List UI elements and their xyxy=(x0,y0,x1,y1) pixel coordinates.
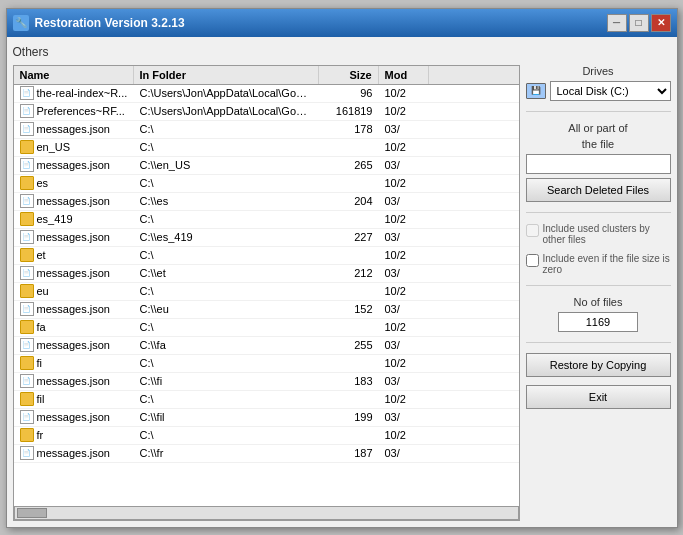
horizontal-scrollbar[interactable] xyxy=(14,506,519,520)
cell-mod: 10/2 xyxy=(379,356,429,370)
file-list-header: Name In Folder Size Mod xyxy=(14,66,519,85)
cell-name: es xyxy=(14,175,134,191)
file-name: messages.json xyxy=(37,375,110,387)
restore-button[interactable]: □ xyxy=(629,14,649,32)
table-row[interactable]: 📄 messages.json C:\\fr 187 03/ xyxy=(14,445,519,463)
cell-folder: C:\\fi xyxy=(134,374,319,388)
cell-folder: C:\Users\Jon\AppData\Local\Google\... xyxy=(134,86,319,100)
cell-folder: C:\\fa xyxy=(134,338,319,352)
cell-mod: 03/ xyxy=(379,374,429,388)
search-button[interactable]: Search Deleted Files xyxy=(526,178,671,202)
cell-size xyxy=(319,326,379,328)
table-row[interactable]: 📄 the-real-index~R... C:\Users\Jon\AppDa… xyxy=(14,85,519,103)
table-row[interactable]: et C:\ 10/2 xyxy=(14,247,519,265)
table-row[interactable]: 📄 messages.json C:\\es_419 227 03/ xyxy=(14,229,519,247)
file-name: messages.json xyxy=(37,267,110,279)
search-group: All or part of the file Search Deleted F… xyxy=(526,122,671,202)
file-name: messages.json xyxy=(37,339,110,351)
cell-size: 152 xyxy=(319,302,379,316)
file-name: es_419 xyxy=(37,213,73,225)
cell-folder: C:\\fil xyxy=(134,410,319,424)
table-row[interactable]: 📄 messages.json C:\\fa 255 03/ xyxy=(14,337,519,355)
window-title: Restoration Version 3.2.13 xyxy=(35,16,607,30)
table-row[interactable]: 📄 messages.json C:\ 178 03/ xyxy=(14,121,519,139)
table-row[interactable]: fi C:\ 10/2 xyxy=(14,355,519,373)
file-name: et xyxy=(37,249,46,261)
table-row[interactable]: 📄 messages.json C:\\en_US 265 03/ xyxy=(14,157,519,175)
cell-folder: C:\ xyxy=(134,356,319,370)
main-area: Name In Folder Size Mod 📄 the-real-index… xyxy=(13,65,671,521)
file-name: messages.json xyxy=(37,303,110,315)
cell-mod: 03/ xyxy=(379,194,429,208)
cell-name: 📄 messages.json xyxy=(14,229,134,245)
file-name: Preferences~RF... xyxy=(37,105,125,117)
minimize-button[interactable]: ─ xyxy=(607,14,627,32)
file-icon: 📄 xyxy=(20,374,34,388)
no-files-input[interactable] xyxy=(558,312,638,332)
header-name: Name xyxy=(14,66,134,84)
file-icon: 📄 xyxy=(20,302,34,316)
drive-dropdown[interactable]: Local Disk (C:) xyxy=(550,81,671,101)
file-icon: 📄 xyxy=(20,104,34,118)
table-row[interactable]: 📄 Preferences~RF... C:\Users\Jon\AppData… xyxy=(14,103,519,121)
drives-label: Drives xyxy=(582,65,613,77)
cell-size xyxy=(319,398,379,400)
cell-name: eu xyxy=(14,283,134,299)
cell-mod: 03/ xyxy=(379,266,429,280)
table-row[interactable]: es C:\ 10/2 xyxy=(14,175,519,193)
table-row[interactable]: 📄 messages.json C:\\eu 152 03/ xyxy=(14,301,519,319)
folder-icon xyxy=(20,320,34,334)
table-row[interactable]: fr C:\ 10/2 xyxy=(14,427,519,445)
table-row[interactable]: en_US C:\ 10/2 xyxy=(14,139,519,157)
no-files-label: No of files xyxy=(574,296,623,308)
cell-name: 📄 messages.json xyxy=(14,409,134,425)
checkbox-used-clusters: Include used clusters by other files xyxy=(526,223,671,245)
cell-mod: 03/ xyxy=(379,122,429,136)
search-input[interactable] xyxy=(526,154,671,174)
cell-folder: C:\\es xyxy=(134,194,319,208)
file-name: the-real-index~R... xyxy=(37,87,128,99)
file-list-body[interactable]: 📄 the-real-index~R... C:\Users\Jon\AppDa… xyxy=(14,85,519,504)
used-clusters-checkbox[interactable] xyxy=(526,224,539,237)
table-row[interactable]: fa C:\ 10/2 xyxy=(14,319,519,337)
table-row[interactable]: 📄 messages.json C:\\fil 199 03/ xyxy=(14,409,519,427)
cell-size xyxy=(319,254,379,256)
header-mod: Mod xyxy=(379,66,429,84)
cell-size xyxy=(319,434,379,436)
file-icon: 📄 xyxy=(20,122,34,136)
table-row[interactable]: 📄 messages.json C:\\fi 183 03/ xyxy=(14,373,519,391)
cell-size: 265 xyxy=(319,158,379,172)
checkbox-zero-size: Include even if the file size is zero xyxy=(526,253,671,275)
folder-icon xyxy=(20,140,34,154)
table-row[interactable]: 📄 messages.json C:\\es 204 03/ xyxy=(14,193,519,211)
cell-size: 187 xyxy=(319,446,379,460)
cell-size: 227 xyxy=(319,230,379,244)
cell-folder: C:\ xyxy=(134,212,319,226)
cell-name: et xyxy=(14,247,134,263)
close-button[interactable]: ✕ xyxy=(651,14,671,32)
file-name: fil xyxy=(37,393,45,405)
cell-folder: C:\ xyxy=(134,320,319,334)
table-row[interactable]: 📄 messages.json C:\\et 212 03/ xyxy=(14,265,519,283)
folder-icon xyxy=(20,392,34,406)
cell-name: fi xyxy=(14,355,134,371)
restore-button[interactable]: Restore by Copying xyxy=(526,353,671,377)
cell-size xyxy=(319,362,379,364)
scroll-thumb[interactable] xyxy=(17,508,47,518)
cell-name: fa xyxy=(14,319,134,335)
table-row[interactable]: es_419 C:\ 10/2 xyxy=(14,211,519,229)
window-controls: ─ □ ✕ xyxy=(607,14,671,32)
drive-icon: 💾 xyxy=(526,83,546,99)
cell-mod: 03/ xyxy=(379,302,429,316)
cell-folder: C:\\en_US xyxy=(134,158,319,172)
table-row[interactable]: fil C:\ 10/2 xyxy=(14,391,519,409)
cell-size xyxy=(319,290,379,292)
file-name: messages.json xyxy=(37,231,110,243)
cell-size xyxy=(319,146,379,148)
file-icon: 📄 xyxy=(20,338,34,352)
exit-button[interactable]: Exit xyxy=(526,385,671,409)
table-row[interactable]: eu C:\ 10/2 xyxy=(14,283,519,301)
zero-size-checkbox[interactable] xyxy=(526,254,539,267)
folder-icon xyxy=(20,212,34,226)
file-icon: 📄 xyxy=(20,446,34,460)
